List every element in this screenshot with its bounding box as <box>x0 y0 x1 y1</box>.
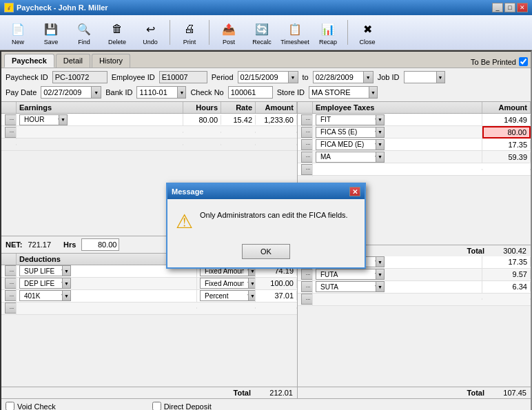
dialog-body: ⚠ Only Administrators can edit the FICA … <box>167 199 365 238</box>
dialog-ok-button[interactable]: OK <box>242 244 290 259</box>
dialog-close-button[interactable]: ✕ <box>349 187 360 196</box>
message-dialog: Message ✕ ⚠ Only Administrators can edit… <box>166 183 366 269</box>
dialog-title-bar: Message ✕ <box>167 184 365 199</box>
dialog-message-text: Only Administrators can edit the FICA fi… <box>200 210 348 221</box>
dialog-overlay: Message ✕ ⚠ Only Administrators can edit… <box>0 0 532 410</box>
dialog-warning-icon: ⚠ <box>176 210 193 233</box>
dialog-footer: OK <box>167 238 365 267</box>
dialog-title: Message <box>172 187 203 196</box>
